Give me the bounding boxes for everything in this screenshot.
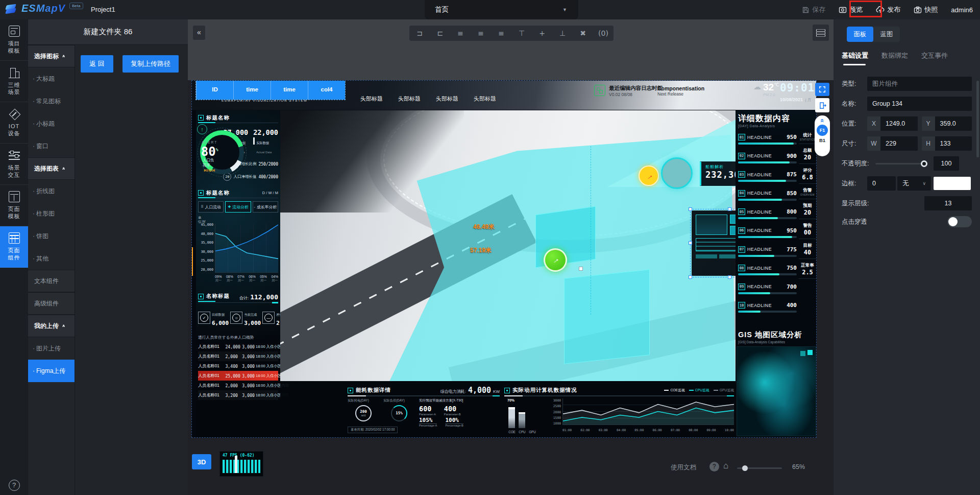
sidebar-item-3d-scene[interactable]: 三维 场景 [0,61,28,102]
height-input[interactable]: 133 [935,136,972,151]
nav-title[interactable]: 头部标题 [474,95,496,103]
help-button[interactable]: ? [0,480,28,491]
sidebar-item-project-templates[interactable]: 项目 模板 [0,19,28,61]
align-bottom-icon[interactable]: ⊥ [556,29,569,37]
chart-tab[interactable]: ◦ 成长率分析 [253,201,278,213]
copy-upload-path-button[interactable]: 复制上传路径 [122,55,179,73]
nav-title[interactable]: 头部标题 [360,95,383,103]
x-chip: X [867,116,880,131]
align-center-horizontal-icon[interactable]: ≡ [474,29,487,37]
save-button[interactable]: 保存 [802,5,825,14]
home-icon[interactable]: ⌂ [723,461,728,471]
library-nav-row[interactable]: · 折线图 [28,180,75,202]
border-width-input[interactable]: 0 [867,176,896,191]
zoom-slider-knob[interactable] [742,465,748,471]
doc-help-icon[interactable]: ? [709,462,719,472]
width-input[interactable]: 229 [880,136,918,151]
f1-button[interactable]: F1 [817,125,828,136]
align-center-vertical-icon[interactable]: + [535,29,549,37]
headline-row: 09 HEADLINE 700 [738,284,797,302]
inspector-mode-tab[interactable]: 面板 [847,27,873,42]
library-nav-row[interactable]: 我的上传 ∧ [28,315,75,337]
snapshot-button[interactable]: 快照 [914,5,938,14]
legend-dash-icon [689,390,694,391]
chart-tab[interactable]: ⠿ 人口流动 [198,201,224,213]
click-through-toggle[interactable] [947,216,972,227]
library-nav-row[interactable]: · 大标题 [28,67,75,90]
collapse-chevrons-icon[interactable]: « [820,119,825,122]
table-row[interactable]: 人员名称01 3,200 3,000 18:00 入住小区内部 [198,390,278,400]
group-icon[interactable]: (0) [597,29,610,37]
table-row[interactable]: 人员名称01 25,000 3,000 18:00 入住小区内部 [198,371,278,381]
exit-button[interactable] [815,98,829,112]
send-backward-icon[interactable]: ⊏ [433,29,447,37]
library-nav-row[interactable]: · 窗口 [28,135,75,157]
align-left-icon[interactable]: ≡ [454,29,467,37]
selected-image-component[interactable] [692,210,736,276]
opacity-value[interactable]: 100 [934,156,959,171]
align-right-icon[interactable]: ≡ [495,29,508,37]
x-input[interactable]: 1249.0 [880,116,918,131]
float-button-group: « F1 B1 [815,115,830,156]
nav-title[interactable]: 头部标题 [436,95,458,103]
align-top-icon[interactable]: ⊤ [515,29,528,37]
map-marker-ring[interactable] [661,157,693,189]
chart-tab[interactable]: ✚ 流动分析 [225,201,251,213]
library-nav-row[interactable]: · 柱形图 [28,202,75,225]
user-account[interactable]: admin6 [951,6,973,14]
library-nav-row[interactable]: · 其他 [28,247,75,270]
library-nav-row[interactable]: · 饼图 [28,225,75,247]
zindex-input[interactable]: 13 [924,196,972,210]
y-input[interactable]: 359.0 [935,116,972,131]
table-row[interactable]: 人员名称01 3,400 3,000 18:00 入住小区内部 [198,361,278,371]
table-header-component[interactable]: IDtimetimecol4 [196,80,345,100]
border-style-select[interactable]: 无 ∨ [897,176,931,191]
zoom-slider[interactable] [737,467,782,469]
inspector-subtab[interactable]: 数据绑定 [881,51,908,65]
library-nav-row[interactable]: 高级组件 [28,292,75,315]
legend-dash-icon [714,390,718,391]
panel-collapse-button[interactable]: « [193,26,205,40]
name-input[interactable]: Group 134 [867,97,972,111]
back-button[interactable]: 返 回 [81,55,113,73]
library-nav-row[interactable]: · 图片上传 [28,337,75,360]
library-nav-row[interactable]: 选择图表 ∧ [28,157,75,180]
inspector-subtab[interactable]: 基础设置 [842,51,868,65]
map-3d-view[interactable]: → → 46.49米 57.19米 船舶解析 232,300W/M [280,110,736,381]
population-gauge: ↑ ALERT 80% 人口负荷率 HIGH [198,126,221,186]
library-nav-row[interactable]: · Figma上传 [28,360,75,382]
sidebar-item-page-components[interactable]: 页面 组件 [0,226,28,268]
b1-button[interactable]: B1 [819,137,825,143]
table-row[interactable]: 人员名称01 2,000 3,000 18:00 入住小区内部 [198,351,278,361]
editor-canvas[interactable]: « ⊐ ⊏ ≡ ≡ ≡ ⊤ + ⊥ ✖ (0) [188,19,834,495]
bring-forward-icon[interactable]: ⊐ [413,29,426,37]
border-color-swatch[interactable] [934,177,971,190]
delete-icon[interactable]: ✖ [576,29,590,37]
layers-button[interactable] [813,25,829,41]
population-line-chart: 单位:W 45,00040,00035,00030,00025,00020,00… [198,216,278,286]
library-nav-row[interactable]: 文本组件 [28,270,75,292]
map-marker-yellow[interactable]: → [639,166,659,186]
dashboard-artboard[interactable]: ESMAP ESMAPDATAV VISUALIZATION SYSTEM ID… [191,80,817,438]
docs-link[interactable]: 使用文档 [671,463,696,472]
sidebar-item-iot-devices[interactable]: IOT 设备 [0,102,28,144]
table-row[interactable]: 人员名称01 2,000 3,000 18:00 入住小区内部 [198,381,278,390]
map-marker-green[interactable]: → [544,248,567,272]
opacity-slider[interactable] [875,163,926,164]
gis-map-thumbnail [737,346,816,436]
percentage: 105%Percentage-A [419,417,437,427]
sidebar-item-scene-interaction[interactable]: 场景 交互 [0,144,28,185]
inspector-mode-tab[interactable]: 蓝图 [873,27,900,42]
opacity-slider-knob[interactable] [921,160,927,167]
page-selector-dropdown[interactable]: 首页 ▼ [425,0,578,19]
fullscreen-button[interactable] [815,83,829,96]
inspector-subtab[interactable]: 交互事件 [921,51,948,65]
mode-3d-button[interactable]: 3D [192,454,211,469]
table-row[interactable]: 人员名称01 24,000 3,000 18:00 入住小区内部 [198,342,278,351]
nav-title[interactable]: 头部标题 [398,95,421,103]
library-nav-row[interactable]: 选择图标 ∧ [28,45,75,67]
library-nav-row[interactable]: · 小标题 [28,112,75,135]
library-nav-row[interactable]: · 常见图标 [28,90,75,112]
inspector-scrollbar[interactable] [976,81,979,157]
sidebar-item-page-templates[interactable]: 页面 模板 [0,185,28,226]
